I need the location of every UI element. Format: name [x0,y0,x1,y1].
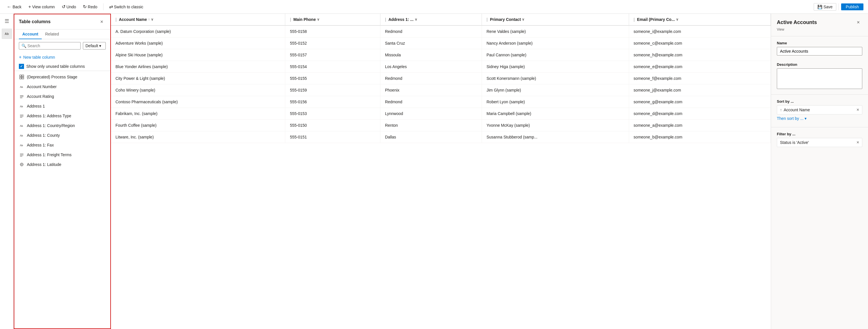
column-list-item[interactable]: Address 1: Freight Terms [14,150,110,160]
col-name: Address 1: Freight Terms [27,153,106,157]
publish-button[interactable]: Publish [841,3,863,10]
col-type-icon: Ab [19,133,25,138]
filter-icon[interactable]: ∨ [676,18,679,22]
table-row[interactable]: Adventure Works (sample)555-0152Santa Cr… [111,37,771,49]
tab-related[interactable]: Related [42,29,62,39]
save-button[interactable]: 💾 Save [814,3,836,10]
description-input[interactable] [777,68,862,89]
filter-icon[interactable]: ∨ [522,18,524,22]
default-select[interactable]: Default ▾ [83,42,106,50]
sort-section: Sort by ... ↑ Account Name × Then sort b… [771,96,868,126]
col-label: Primary Contact [490,17,521,22]
table-row[interactable]: Contoso Pharmaceuticals (sample)555-0156… [111,96,771,108]
back-label: Back [12,5,22,9]
tab-account[interactable]: Account [19,29,42,39]
table-cell-address1: Redmond [380,25,482,37]
back-button[interactable]: ← Back [5,3,24,10]
table-row[interactable]: Litware, Inc. (sample)555-0151DallasSusa… [111,131,771,143]
name-input[interactable] [777,47,862,55]
col-name: Account Number [27,84,106,89]
redo-label: Redo [88,5,97,9]
col-type-icon: Ab [19,142,25,148]
table-cell-email: someone_g@example.com [629,96,771,108]
filter-icon[interactable]: ∨ [317,18,319,22]
table-cell-account-name: Litware, Inc. (sample) [111,131,285,143]
redo-button[interactable]: ↻ Redo [81,3,99,10]
hamburger-menu-button[interactable]: ☰ [2,16,12,26]
filter-chip: Status is 'Active' × [777,138,862,147]
column-list-item[interactable]: Address 1: Address Type [14,111,110,121]
col-type-icon: Ab [19,103,25,109]
table-row[interactable]: City Power & Light (sample)555-0155Redmo… [111,73,771,84]
save-icon: 💾 [817,5,822,9]
unused-columns-checkbox[interactable] [19,64,24,69]
columns-panel-header: Table columns × [14,14,110,29]
col-resize-handle: | [487,17,488,22]
col-resize-handle: | [385,17,386,22]
column-list-item[interactable]: Ab Address 1 [14,101,110,111]
redo-icon: ↻ [83,4,87,9]
column-list-item[interactable]: Ab Address 1: Country/Region [14,121,110,131]
col-label: Account Name [119,17,147,22]
view-column-button[interactable]: + View column [26,3,57,10]
right-panel-close-button[interactable]: × [854,18,862,26]
table-header-account-name[interactable]: |Account Name↑∨ [111,14,285,25]
col-resize-handle: | [116,17,117,22]
back-icon: ← [7,4,11,9]
switch-classic-button[interactable]: ⇄ Switch to classic [107,3,146,10]
table-cell-email: someone_c@example.com [629,37,771,49]
columns-panel-close-button[interactable]: × [98,18,106,26]
new-column-button[interactable]: + New table column [19,54,55,61]
table-cell-primary-contact: Scott Konersmann (sample) [482,73,629,84]
table-cell-address1: Redmond [380,96,482,108]
table-row[interactable]: Blue Yonder Airlines (sample)555-0154Los… [111,61,771,73]
search-input[interactable] [27,44,78,48]
checkbox-row: Show only unused table columns [14,62,110,71]
table-cell-email: someone_h@example.com [629,49,771,61]
col-type-icon [19,113,25,119]
column-list-item[interactable]: (Deprecated) Process Stage [14,72,110,82]
table-cell-address1: Los Angeles [380,61,482,73]
table-header-primary-contact[interactable]: |Primary Contact∨ [482,14,629,25]
column-list-item[interactable]: Ab Address 1: Fax [14,140,110,150]
table-row[interactable]: Coho Winery (sample)555-0159PhoenixJim G… [111,84,771,96]
col-name: (Deprecated) Process Stage [27,75,106,79]
chevron-down-icon-sort: ▾ [805,116,807,121]
table-cell-account-name: Adventure Works (sample) [111,37,285,49]
col-type-icon [19,93,25,99]
table-cell-primary-contact: Jim Glynn (sample) [482,84,629,96]
filter-icon[interactable]: ∨ [151,18,153,22]
col-type-icon: Ab [19,84,25,89]
table-header-email[interactable]: |Email (Primary Co...∨ [629,14,771,25]
toolbar: ← Back + View column ↺ Undo ↻ Redo ⇄ Swi… [0,0,868,14]
column-list-item[interactable]: Ab Account Number [14,82,110,91]
table-row[interactable]: A. Datum Corporation (sample)555-0158Red… [111,25,771,37]
content-area: |Account Name↑∨|Main Phone∨|Address 1: .… [111,14,771,329]
undo-button[interactable]: ↺ Undo [59,3,78,10]
table-header-address1[interactable]: |Address 1: ...∨ [380,14,482,25]
columns-panel: Table columns × Account Related 🔍 Defaul… [14,14,111,329]
filter-icon[interactable]: ∨ [415,18,417,22]
col-name: Address 1: Address Type [27,114,106,118]
table-row[interactable]: Fourth Coffee (sample)555-0150RentonYvon… [111,119,771,131]
abc-view-button[interactable]: Ab [2,29,12,39]
right-panel-title: Active Accounts [777,20,817,25]
table-row[interactable]: Fabrikam, Inc. (sample)555-0153LynnwoodM… [111,108,771,119]
description-section: Description [771,59,868,93]
filter-chip-remove-button[interactable]: × [857,140,859,145]
table-row[interactable]: Alpine Ski House (sample)555-0157Missoul… [111,49,771,61]
view-column-label: View column [32,5,55,9]
column-list-item[interactable]: Address 1: Latitude [14,160,110,169]
then-sort-button[interactable]: Then sort by ... ▾ [777,114,807,122]
table-header-main-phone[interactable]: |Main Phone∨ [285,14,380,25]
column-list-item[interactable]: Account Rating [14,91,110,101]
table-cell-address1: Renton [380,119,482,131]
right-panel: Active Accounts × View Name Description … [771,14,868,329]
svg-text:Ab: Ab [20,144,23,147]
sort-chip: ↑ Account Name × [777,105,862,114]
table-cell-main-phone: 555-0151 [285,131,380,143]
table-cell-address1: Lynnwood [380,108,482,119]
column-list-item[interactable]: Ab Address 1: County [14,131,110,140]
toolbar-right: 💾 Save Publish [814,3,863,10]
sort-chip-remove-button[interactable]: × [857,107,859,112]
